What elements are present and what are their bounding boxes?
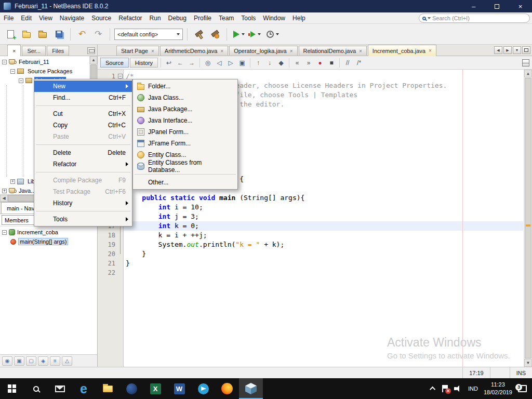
tree-row[interactable]: −Increment_coba [0,228,97,237]
expander-icon[interactable]: − [19,78,23,83]
scroll-left-icon[interactable]: ◀ [0,195,8,202]
build-project-button[interactable] [192,27,206,42]
action-center-flag-icon[interactable]: ✕ [441,385,448,392]
menu-tools[interactable]: Tools [237,12,259,23]
code-line[interactable] [126,268,523,277]
taskbar-search-button[interactable] [24,378,48,399]
file-explorer-icon[interactable] [96,378,119,399]
code-line[interactable]: } [126,259,523,268]
hidden-icons-chevron-icon[interactable] [430,387,435,392]
close-tab-icon[interactable]: × [359,48,362,54]
code-line[interactable]: int k = 0; [126,221,523,231]
doc-tab-arithmeticdemo-java[interactable]: ArithmeticDemo.java× [160,46,228,56]
context-item-compile-package[interactable]: Compile PackageF9 [34,175,132,186]
history-view-button[interactable]: History [130,58,158,68]
submenu-item-jframe-form[interactable]: JFrame Form... [133,138,237,149]
expander-icon[interactable]: − [10,69,15,74]
firefox-app-icon[interactable] [215,378,239,399]
context-item-paste[interactable]: PasteCtrl+V [34,131,132,142]
show-non-public-icon[interactable]: ◈ [38,356,48,366]
close-tab-icon[interactable]: × [220,48,223,54]
code-line[interactable]: } [126,249,523,259]
panel-tab-files[interactable]: Files [47,46,69,56]
source-view-button[interactable]: Source [100,58,129,68]
editor-vertical-scrollbar[interactable]: ▲ ▼ [524,70,532,367]
undo-button[interactable]: ↶ [75,27,89,42]
expander-icon[interactable]: − [2,60,7,64]
maximize-button[interactable] [485,0,509,12]
close-button[interactable]: × [509,0,532,12]
submenu-item-jpanel-form[interactable]: JPanel Form... [133,126,237,138]
doc-tab-relationaldemo-java[interactable]: RelationalDemo.java× [299,46,367,56]
search-dropdown-icon[interactable] [428,17,431,19]
context-item-delete[interactable]: DeleteDelete [34,147,132,158]
expander-icon[interactable]: + [10,179,15,184]
submenu-item-folder[interactable]: Folder... [133,81,237,92]
shift-right-icon[interactable]: » [303,58,314,68]
submenu-item-java-interface[interactable]: Java Interface... [133,115,237,126]
code-line[interactable]: int i = 10; [126,203,523,212]
menu-debug[interactable]: Debug [165,12,190,23]
next-bookmark-icon[interactable]: ↓ [264,58,275,68]
scroll-tabs-left-icon[interactable]: ◀ [494,46,502,54]
word-app-icon[interactable]: W [167,378,191,399]
minimize-button[interactable]: – [462,0,485,12]
show-inherited-icon[interactable]: ◉ [2,356,12,366]
context-item-test-package[interactable]: Test PackageCtrl+F6 [34,186,132,197]
run-button[interactable] [231,27,247,42]
scroll-tabs-right-icon[interactable]: ▶ [503,46,512,54]
panel-tab-ser[interactable]: Ser... [22,46,46,56]
context-item-tools[interactable]: Tools [34,214,132,225]
submenu-item-entity-classes-from-database[interactable]: Entity Classes from Database... [133,161,237,172]
submenu-item-java-package[interactable]: Java Package... [133,103,237,115]
menu-file[interactable]: File [0,12,17,23]
minimize-panel-icon[interactable] [87,47,95,54]
previous-bookmark-icon[interactable]: ↑ [253,58,263,68]
toggle-bookmark-icon[interactable]: ◆ [276,58,286,68]
excel-app-icon[interactable]: X [143,378,167,399]
submenu-item-other[interactable]: Other... [133,177,237,188]
menu-run[interactable]: Run [146,12,165,23]
toggle-highlight-icon[interactable]: ▣ [237,58,247,68]
doc-tab-increment-coba-java[interactable]: Increment_coba.java× [368,45,436,56]
maximize-editor-icon[interactable] [522,46,530,54]
expander-icon[interactable]: − [2,230,7,235]
find-selection-icon[interactable]: ◎ [203,58,213,68]
close-tab-icon[interactable]: × [151,48,154,54]
scrollbar-thumb[interactable] [525,78,531,358]
open-project-button[interactable] [35,27,50,42]
show-fields-icon[interactable]: ▣ [14,356,24,366]
context-item-cut[interactable]: CutCtrl+X [34,108,132,119]
context-item-refactor[interactable]: Refactor [34,158,132,170]
menu-navigate[interactable]: Navigate [56,12,88,23]
record-macro-icon[interactable]: ● [315,58,325,68]
clock[interactable]: 11:23 18/02/2019 [484,381,512,396]
edge-app-icon[interactable]: e [72,378,96,399]
menu-refactor[interactable]: Refactor [115,12,145,23]
quick-search-box[interactable] [419,14,530,23]
language-indicator[interactable]: IND [468,385,478,392]
split-editor-icon[interactable] [522,59,529,66]
menu-edit[interactable]: Edit [17,12,35,23]
code-line[interactable]: System.out.println("k = " + k); [126,240,523,249]
code-line[interactable]: public static void main (String[] args){ [126,193,523,203]
sort-alpha-icon[interactable]: ≡ [50,356,60,366]
back-icon[interactable]: ← [175,58,185,68]
tree-row[interactable]: −Februari_11 [0,57,97,66]
menu-team[interactable]: Team [215,12,237,23]
new-project-button[interactable] [19,27,34,42]
uncomment-icon[interactable]: /* [354,58,364,68]
volume-icon[interactable] [454,385,462,392]
app-icon-2[interactable] [191,378,215,399]
panel-tab-[interactable]: × [7,45,21,56]
doc-tab-start-page[interactable]: Start Page× [116,46,159,56]
find-previous-icon[interactable]: ◁ [214,58,224,68]
tree-row[interactable]: main(String[] args) [0,237,97,246]
close-tab-icon[interactable]: × [429,48,432,54]
comment-icon[interactable]: // [342,58,353,68]
debug-button[interactable] [248,27,263,42]
app-icon-1[interactable] [119,378,143,399]
scrollbar-thumb[interactable] [8,195,35,202]
netbeans-app-icon[interactable] [239,378,263,399]
mail-app-icon[interactable] [48,378,72,399]
